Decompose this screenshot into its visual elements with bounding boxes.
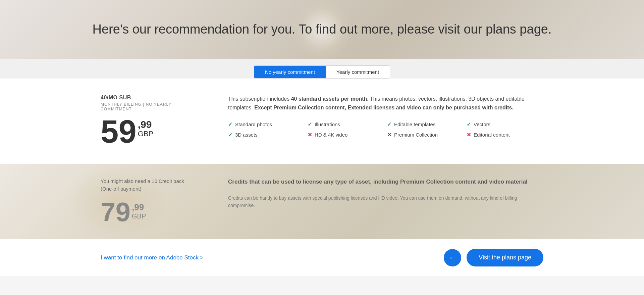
plan-price-main: 59 bbox=[101, 115, 137, 148]
plan-card: 40/MO SUB MONTHLY BILLING | NO YEARLY CO… bbox=[0, 79, 644, 164]
toggle-container: No yearly commitment Yearly commitment bbox=[0, 59, 644, 79]
yearly-commitment-button[interactable]: Yearly commitment bbox=[326, 66, 390, 78]
main-content: 40/MO SUB MONTHLY BILLING | NO YEARLY CO… bbox=[0, 79, 644, 239]
hero-section: Here's our recommendation for you. To fi… bbox=[0, 0, 644, 59]
feature-label: HD & 4K video bbox=[315, 132, 347, 138]
feature-label: Illustrations bbox=[315, 121, 340, 127]
plan-desc-part1: This subscription includes bbox=[228, 96, 291, 102]
feature-item: ✕Editorial content bbox=[467, 132, 543, 138]
hero-title: Here's our recommendation for you. To fi… bbox=[93, 21, 552, 38]
plan-billing-label: MONTHLY BILLING | NO YEARLY COMMITMENT bbox=[101, 102, 195, 111]
feature-label: Vectors bbox=[474, 121, 490, 127]
check-icon: ✓ bbox=[228, 121, 232, 128]
check-icon: ✓ bbox=[308, 121, 312, 128]
feature-item: ✓Vectors bbox=[467, 121, 543, 128]
credits-title: Credits that can be used to license any … bbox=[228, 178, 543, 186]
visit-plans-button[interactable]: Visit the plans page bbox=[467, 249, 543, 266]
cross-icon: ✕ bbox=[387, 132, 391, 138]
feature-label: Editable templates bbox=[394, 121, 435, 127]
plan-desc-bold2: Except Premium Collection content, Exten… bbox=[254, 105, 514, 110]
plan-price-cents: ,99 bbox=[138, 119, 153, 130]
commitment-toggle: No yearly commitment Yearly commitment bbox=[254, 65, 390, 79]
feature-item: ✓Editable templates bbox=[387, 121, 464, 128]
plan-description: This subscription includes 40 standard a… bbox=[228, 95, 543, 112]
no-yearly-commitment-button[interactable]: No yearly commitment bbox=[254, 66, 326, 78]
credits-left: You might also need a 16 Credit pack (On… bbox=[101, 178, 215, 226]
feature-item: ✕HD & 4K video bbox=[308, 132, 384, 138]
credits-description: Credits can be handy to buy assets with … bbox=[228, 194, 543, 209]
plan-price-currency: GBP bbox=[138, 130, 153, 138]
credits-section: You might also need a 16 Credit pack (On… bbox=[0, 164, 644, 239]
credits-right: Credits that can be used to license any … bbox=[215, 178, 543, 226]
footer-bar: I want to find out more on Adobe Stock >… bbox=[0, 239, 644, 276]
cross-icon: ✕ bbox=[467, 132, 471, 138]
credits-price-decimal: ,99 GBP bbox=[132, 202, 146, 220]
plan-pricing-left: 40/MO SUB MONTHLY BILLING | NO YEARLY CO… bbox=[101, 95, 215, 148]
credits-price-cents: ,99 bbox=[132, 202, 146, 212]
feature-item: ✓Illustrations bbox=[308, 121, 384, 128]
check-icon: ✓ bbox=[228, 132, 232, 138]
adobe-stock-link[interactable]: I want to find out more on Adobe Stock > bbox=[101, 254, 204, 261]
credits-price-currency: GBP bbox=[132, 212, 146, 220]
credits-price: 79 ,99 GBP bbox=[101, 199, 195, 226]
plan-desc-bold1: 40 standard assets per month. bbox=[291, 96, 369, 102]
feature-item: ✓3D assets bbox=[228, 132, 305, 138]
back-icon: ← bbox=[449, 253, 456, 262]
footer-actions: ← Visit the plans page bbox=[444, 249, 543, 266]
feature-label: Premium Collection bbox=[394, 132, 438, 138]
plan-price: 59 ,99 GBP bbox=[101, 115, 195, 148]
feature-item: ✓Standard photos bbox=[228, 121, 305, 128]
back-button[interactable]: ← bbox=[444, 249, 461, 266]
feature-label: 3D assets bbox=[235, 132, 258, 138]
plan-sub-label: 40/MO SUB bbox=[101, 95, 195, 101]
plan-details-right: This subscription includes 40 standard a… bbox=[215, 95, 543, 148]
credits-price-main: 79 bbox=[101, 199, 130, 226]
check-icon: ✓ bbox=[387, 121, 391, 128]
plan-price-decimal: ,99 GBP bbox=[138, 119, 153, 138]
check-icon: ✓ bbox=[467, 121, 471, 128]
feature-label: Standard photos bbox=[235, 121, 272, 127]
feature-label: Editorial content bbox=[474, 132, 510, 138]
credits-sub-label: You might also need a 16 Credit pack (On… bbox=[101, 178, 195, 193]
cross-icon: ✕ bbox=[308, 132, 312, 138]
feature-item: ✕Premium Collection bbox=[387, 132, 464, 138]
features-grid: ✓Standard photos✓Illustrations✓Editable … bbox=[228, 121, 543, 138]
